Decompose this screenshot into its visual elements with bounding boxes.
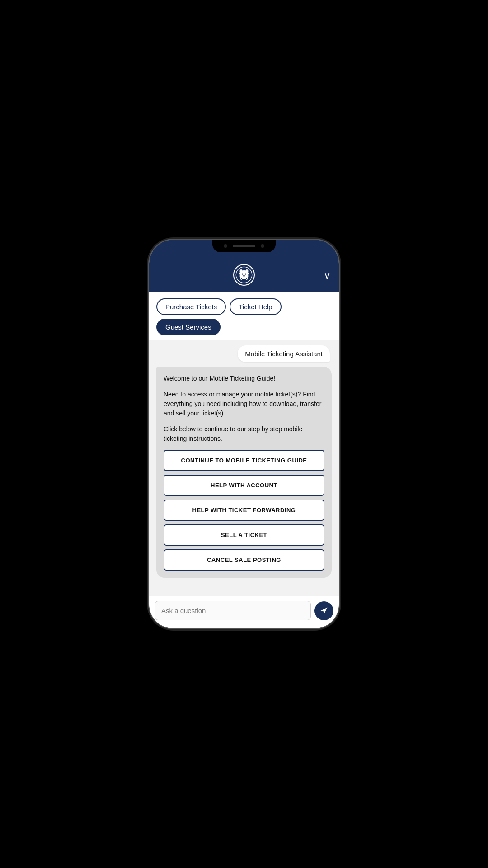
send-button[interactable]: [314, 601, 333, 620]
btn-sell-ticket[interactable]: SELL A TICKET: [164, 524, 324, 546]
screen: ∨ Purchase Tickets Ticket Help Guest Ser…: [149, 240, 339, 628]
send-icon: [320, 607, 328, 615]
phone-frame: ∨ Purchase Tickets Ticket Help Guest Ser…: [149, 240, 339, 628]
input-area: [149, 596, 339, 628]
notch-dot-left: [224, 244, 227, 248]
bot-message-p3: Click below to continue to our step by s…: [164, 425, 324, 443]
sender-name-bubble: Mobile Ticketing Assistant: [238, 345, 330, 362]
tab-purchase-tickets[interactable]: Purchase Tickets: [156, 298, 226, 315]
chat-area: Mobile Ticketing Assistant Welcome to ou…: [149, 340, 339, 596]
action-buttons-list: CONTINUE TO MOBILE TICKETING GUIDE HELP …: [164, 450, 324, 571]
notch-dot-right: [261, 244, 264, 248]
btn-help-account[interactable]: HELP WITH ACCOUNT: [164, 475, 324, 496]
sender-label-row: Mobile Ticketing Assistant: [156, 345, 330, 362]
svg-point-6: [243, 275, 245, 277]
tab-guest-services[interactable]: Guest Services: [156, 319, 221, 335]
notch: [212, 240, 276, 252]
bot-message-bubble: Welcome to our Mobile Ticketing Guide! N…: [156, 367, 332, 578]
lion-logo-svg: [235, 266, 253, 283]
btn-help-forwarding[interactable]: HELP WITH TICKET FORWARDING: [164, 500, 324, 521]
btn-continue-mobile[interactable]: CONTINUE TO MOBILE TICKETING GUIDE: [164, 450, 324, 471]
notch-speaker: [233, 245, 255, 247]
svg-point-3: [245, 269, 248, 273]
tab-ticket-help[interactable]: Ticket Help: [230, 298, 281, 315]
app-header: ∨: [149, 259, 339, 292]
bot-message-p1: Welcome to our Mobile Ticketing Guide!: [164, 374, 324, 383]
bot-message-p2: Need to access or manage your mobile tic…: [164, 390, 324, 418]
tabs-area: Purchase Tickets Ticket Help Guest Servi…: [149, 292, 339, 340]
svg-point-5: [245, 274, 246, 275]
chat-input[interactable]: [155, 601, 311, 620]
svg-point-2: [240, 269, 243, 273]
btn-cancel-sale[interactable]: CANCEL SALE POSTING: [164, 549, 324, 571]
svg-point-4: [242, 274, 243, 275]
psu-logo: [233, 264, 255, 286]
status-bar: [149, 240, 339, 259]
chevron-down-icon[interactable]: ∨: [324, 270, 331, 282]
